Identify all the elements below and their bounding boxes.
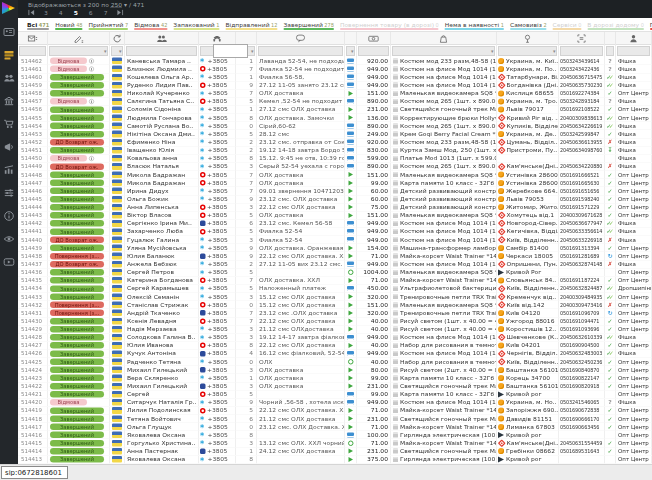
table-row[interactable]: 514450 Відмова Ковальова анна *+3805 8 1… [18,155,652,163]
table-row[interactable]: 514446 Завершений Ирина Дидух *+3805 7 0… [18,187,652,195]
table-row[interactable]: 514460 Завершений Кошелева Ольга Ар.. *+… [18,73,652,81]
tab-4[interactable]: Запакований1 [170,18,222,31]
table-row[interactable]: 514422 Завершений Михаил Гилецький +3805… [18,382,652,390]
table-row[interactable]: 514444 Завершений Анна Липенська +3805 3… [18,203,652,211]
col-amount-icon[interactable] [357,32,391,45]
table-row[interactable]: 514435 Завершений Катерина Богданова +38… [18,277,652,285]
tab-11[interactable]: В дорозі додому0 [584,18,646,31]
company-icon[interactable] [3,95,15,107]
filter-cell-7[interactable]: ▾ [345,45,357,57]
filter-input[interactable] [213,44,248,58]
table-row[interactable]: 514437 ДО Возврат ож. Анжела Бебзюк *+38… [18,260,652,268]
tab-12[interactable]: Пов [647,18,652,31]
tab-7[interactable]: Повернення товару (в дорозі)0 [337,18,442,31]
table-row[interactable]: 514420 Відмова Ситарчук Наталія Гр.. *+3… [18,399,652,407]
table-row[interactable]: 514455 Завершений Людмила Гончарова *+38… [18,114,652,122]
table-row[interactable]: 514439 Завершений Уляна Мусійовська *+38… [18,244,652,252]
filter-cell-6[interactable] [257,45,345,57]
cart-icon[interactable] [3,118,15,130]
col-ttn-icon[interactable] [559,32,605,45]
tab-8[interactable]: Нема в наявності1 [442,18,507,31]
table-row[interactable]: 514425 Завершений Радченко Тетяна *+3805… [18,358,652,366]
filter-cell-2[interactable]: ▾ [110,45,125,57]
col-id-icon[interactable] [18,32,48,45]
orders-list-icon[interactable] [3,49,15,61]
last-page-icon[interactable] [116,9,123,16]
page-4[interactable]: 4 [59,9,63,16]
page-7[interactable]: 7 [104,9,108,16]
table-row[interactable]: 514442 Завершений Сергієнко Ірина Ми.. +… [18,220,652,228]
table-row[interactable]: 514443 Завершений Віктор Власов +3805 5 … [18,212,652,220]
info-icon[interactable] [3,210,15,222]
filter-cell-12[interactable] [605,45,616,57]
table-row[interactable]: 514431 Повернення (з... Андрій Ткаченко … [18,309,652,317]
page-6[interactable]: 6 [89,9,93,16]
table-row[interactable]: 514447 Завершений Микола Бадражан +3805 … [18,179,652,187]
table-row[interactable]: 514459 Завершений Руденко Лидия Пав.. +3… [18,81,652,89]
table-row[interactable]: 514418 Завершений Тетяна Войтович *+3805… [18,415,652,423]
col-client-icon[interactable] [125,32,199,45]
video-icon[interactable] [3,256,15,268]
table-row[interactable]: 514427 Завершений Юлия Иванова +3805 8 2… [18,342,652,350]
tab-10[interactable]: Сервіси0 [550,18,585,31]
table-row[interactable]: 514429 Завершений Надія Мерзаєва *+3805 … [18,325,652,333]
col-delivery-icon[interactable] [497,32,559,45]
table-row[interactable]: 514441 Завершений Захарченко Люба +3805 … [18,228,652,236]
table-row[interactable]: 514461 Відмова Близнюк Людмила .. +3805 … [18,65,652,73]
table-row[interactable]: 514421 Завершений Сергей +3805 5 99.00 К… [18,390,652,398]
filter-cell-11[interactable] [559,45,605,57]
col-status-icon[interactable] [48,32,110,45]
clients-icon[interactable] [3,72,15,84]
tab-9[interactable]: Самовивіз2 [507,18,550,31]
table-row[interactable]: 514440 ДО Возврат ож. Гуцалюк Галина *+3… [18,236,652,244]
col-comment-icon[interactable] [257,32,345,45]
filter-cell-13[interactable] [616,45,652,57]
table-row[interactable]: 514433 Завершений Олексій Семанін *+3805… [18,293,652,301]
filter-cell-0[interactable] [18,45,48,57]
table-row[interactable]: 514438 Повернення (з... Юлия Баланюк +38… [18,252,652,260]
table-row[interactable]: 514454 Завершений Самотій Руслана Во.. *… [18,122,652,130]
sip-status[interactable]: sip:0672818601 [1,466,68,479]
filter-cell-9[interactable]: ▾ [391,45,497,57]
filter-cell-8[interactable] [357,45,391,57]
page-5[interactable]: 5 [74,9,78,16]
table-row[interactable]: 514458 Завершений Николай Кучеренко *+38… [18,90,652,98]
table-row[interactable]: 514415 Завершений Горгулько Христина.. *… [18,439,652,447]
table-row[interactable]: 514457 Відмова Салєгина Татьяна С.. +380… [18,98,652,106]
watch-icon[interactable] [3,233,15,245]
table-row[interactable]: 514416 Завершений Яковалева Оксана *+380… [18,431,652,439]
table-row[interactable]: 514449 ДО Возврат ож. Власюк Наталья *+3… [18,163,652,171]
tab-1[interactable]: Новий48 [52,18,85,31]
tab-3[interactable]: Відмова42 [131,18,170,31]
megaphone-icon[interactable] [3,141,15,153]
settings-sliders-icon[interactable] [3,187,15,199]
table-row[interactable]: 514436 Завершений Сергей Петров *+3805 5… [18,268,652,276]
table-row[interactable]: 514451 Завершений Іващенко Юлія *+3805 2… [18,146,652,154]
col-source-icon[interactable] [616,32,652,45]
table-row[interactable]: 514452 ДО Возврат ож. Єфименко Ніна *+38… [18,138,652,146]
col-products-icon[interactable] [391,32,497,45]
id-card-icon[interactable] [3,26,15,38]
stats-chart-icon[interactable] [3,164,15,176]
tab-5[interactable]: Відправлений12 [222,18,280,31]
filter-cell-3[interactable] [125,45,199,57]
tab-2[interactable]: Прийнятий7 [86,18,132,31]
table-row[interactable]: 514434 Завершений Сергей Карамышев *+380… [18,285,652,293]
app-logo-icon[interactable] [2,2,15,14]
showing-range[interactable]: Відображаються з 200 по 250 ▾ / 471 [28,1,144,8]
table-row[interactable]: 514462 Відмова Каневська Тамара .. *+380… [18,57,652,65]
table-row[interactable]: 514424 Завершений Михаил Гилецький +3805… [18,366,652,374]
page-3[interactable]: 3 [44,9,48,16]
filter-cell-10[interactable]: ▾ [497,45,559,57]
col-channel-icon[interactable] [110,32,125,45]
table-row[interactable]: 514448 Завершений Микола Бадражан +3805 … [18,171,652,179]
table-row[interactable]: 514453 Завершений Нікітіна Оксана Дми.. … [18,130,652,138]
table-row[interactable]: 514417 Завершений Ольга Глущук *+3805 0 … [18,423,652,431]
table-row[interactable]: 514413 Завершений Яковалева Оксана *+380… [18,456,652,464]
table-row[interactable]: 514419 Завершений Лилия Подолинская +380… [18,407,652,415]
tab-0[interactable]: Всі471 [24,18,52,31]
tab-6[interactable]: Завершений278 [280,18,337,31]
table-row[interactable]: 514414 Завершений Анна Пастернак +3805 1… [18,447,652,455]
table-row[interactable]: 514456 Завершений Соломія Сідоніна *+380… [18,106,652,114]
table-row[interactable]: 514426 Завершений Кучук Антоніна +3805 4… [18,350,652,358]
